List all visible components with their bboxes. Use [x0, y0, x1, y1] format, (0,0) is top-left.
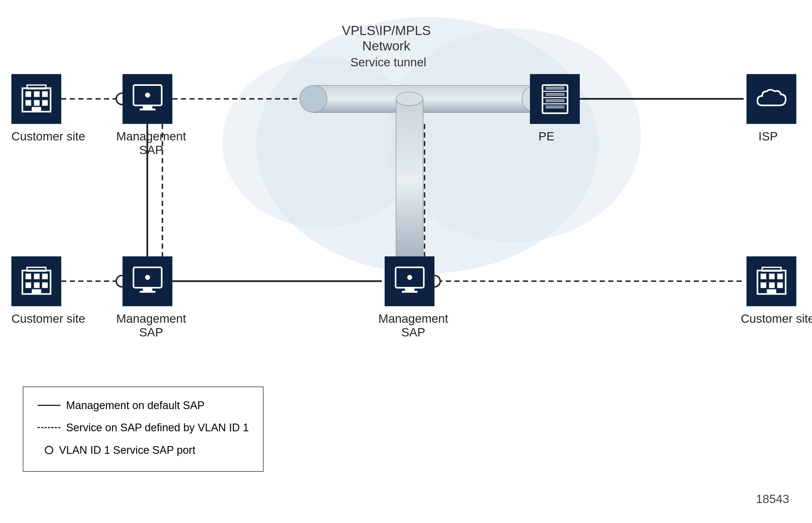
svg-rect-47 — [32, 289, 41, 294]
svg-rect-21 — [34, 91, 40, 97]
svg-point-54 — [407, 275, 412, 280]
legend: Management on default SAP Service on SAP… — [23, 386, 264, 472]
isp-label: ISP — [758, 130, 778, 143]
customer-site-3-box — [746, 256, 796, 306]
svg-rect-38 — [546, 99, 564, 102]
svg-rect-27 — [27, 85, 46, 89]
svg-rect-41 — [25, 273, 31, 279]
monitor-icon-1 — [132, 84, 163, 115]
svg-rect-26 — [32, 107, 41, 112]
svg-rect-64 — [767, 289, 776, 294]
svg-rect-42 — [34, 273, 40, 279]
management-sap-3-box — [385, 256, 434, 306]
figure-number: 18543 — [756, 492, 789, 506]
svg-rect-58 — [760, 273, 766, 279]
customer-site-1-label: Customer site — [12, 130, 85, 143]
customer-site-2-box — [12, 256, 61, 306]
diagram-container: VPLS\IP/MPLSNetwork Service tunnel — [0, 0, 812, 523]
svg-rect-45 — [34, 282, 40, 288]
management-sap-3-label: ManagementSAP — [378, 312, 448, 339]
svg-rect-39 — [546, 105, 564, 109]
monitor-icon-3 — [394, 266, 426, 297]
customer-site-1-box — [12, 74, 61, 124]
cloud-icon — [756, 84, 787, 115]
building-icon-2 — [21, 266, 52, 297]
legend-dashed-item: Service on SAP defined by VLAN ID 1 — [38, 418, 249, 437]
legend-circle-item: VLAN ID 1 Service SAP port — [38, 440, 249, 460]
server-icon — [539, 84, 571, 115]
svg-point-50 — [145, 275, 150, 280]
management-sap-1-label: ManagementSAP — [116, 130, 186, 157]
management-sap-2-label: ManagementSAP — [116, 312, 186, 339]
monitor-icon-2 — [132, 266, 163, 297]
svg-rect-31 — [140, 109, 155, 110]
svg-rect-48 — [27, 267, 46, 271]
svg-rect-43 — [42, 273, 48, 279]
legend-solid-label: Management on default SAP — [66, 396, 204, 415]
pe-box — [530, 74, 580, 124]
svg-rect-61 — [760, 282, 766, 288]
svg-rect-62 — [769, 282, 775, 288]
svg-point-29 — [145, 92, 150, 97]
legend-solid-item: Management on default SAP — [38, 396, 249, 415]
svg-rect-20 — [25, 91, 31, 97]
management-sap-2-box — [123, 256, 173, 306]
svg-rect-55 — [405, 288, 414, 291]
customer-site-2-label: Customer site — [12, 312, 85, 326]
building-icon-1 — [21, 84, 52, 115]
svg-rect-36 — [546, 87, 564, 90]
svg-rect-44 — [25, 282, 31, 288]
legend-solid-line — [38, 405, 60, 406]
svg-rect-59 — [769, 273, 775, 279]
customer-site-3-label: Customer site — [741, 312, 812, 326]
cloud-label: VPLS\IP/MPLSNetwork — [342, 23, 431, 54]
svg-rect-65 — [762, 267, 781, 271]
legend-dashed-label: Service on SAP defined by VLAN ID 1 — [66, 418, 249, 437]
svg-rect-56 — [402, 291, 417, 293]
svg-rect-37 — [546, 93, 564, 96]
management-sap-1-box — [123, 74, 173, 124]
svg-rect-51 — [143, 288, 152, 291]
svg-rect-30 — [143, 106, 152, 109]
legend-circle-label: VLAN ID 1 Service SAP port — [59, 440, 196, 460]
svg-rect-52 — [140, 291, 155, 293]
svg-rect-60 — [777, 273, 783, 279]
svg-rect-23 — [25, 100, 31, 106]
svg-rect-22 — [42, 91, 48, 97]
legend-circle-symbol — [45, 446, 53, 454]
svg-rect-63 — [777, 282, 783, 288]
legend-dashed-line — [38, 427, 60, 428]
pe-label: PE — [539, 130, 555, 143]
svg-rect-24 — [34, 100, 40, 106]
building-icon-3 — [756, 266, 787, 297]
service-tunnel-label: Service tunnel — [350, 56, 426, 69]
isp-box — [746, 74, 796, 124]
svg-rect-25 — [42, 100, 48, 106]
svg-rect-46 — [42, 282, 48, 288]
